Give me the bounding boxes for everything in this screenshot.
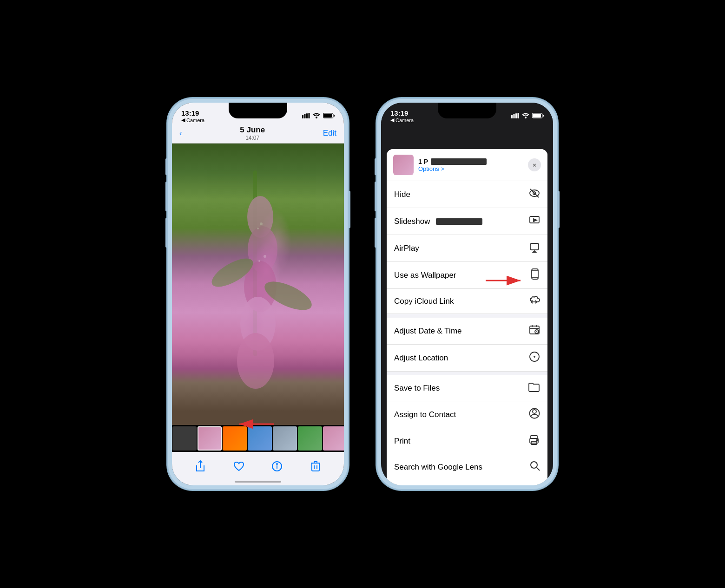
photo-flowers [172, 144, 344, 425]
svg-rect-23 [312, 463, 319, 471]
info-button[interactable] [267, 456, 287, 477]
svg-marker-39 [534, 219, 537, 222]
svg-line-50 [537, 332, 538, 333]
svg-point-17 [258, 260, 260, 262]
section-divider-1 [387, 314, 547, 318]
share-sheet: 1 P Options > × Hide [387, 149, 547, 485]
svg-point-4 [316, 117, 317, 118]
left-phone-screen: 13:19 ◀ Camera ‹ 5 June 14:07 Edit [172, 103, 344, 485]
left-phone: 13:19 ◀ Camera ‹ 5 June 14:07 Edit [167, 98, 349, 490]
thumbnail-4[interactable] [248, 426, 272, 451]
svg-point-52 [534, 356, 535, 357]
menu-item-contact[interactable]: Assign to Contact [387, 401, 547, 428]
menu-item-google-lens[interactable]: Search with Google Lens [387, 454, 547, 480]
svg-rect-3 [309, 113, 310, 118]
svg-rect-0 [302, 115, 303, 118]
status-icons-right [511, 113, 544, 118]
thumbnail-5[interactable] [273, 426, 297, 451]
menu-item-date-time[interactable]: Adjust Date & Time [387, 318, 547, 345]
svg-rect-33 [533, 114, 541, 118]
close-button[interactable]: × [528, 158, 541, 171]
svg-point-13 [237, 333, 274, 389]
menu-item-slideshow[interactable]: Slideshow [387, 208, 547, 235]
svg-rect-27 [511, 115, 513, 118]
svg-rect-7 [334, 115, 335, 117]
camera-label-right: ◀ Camera [390, 117, 414, 123]
edit-button[interactable]: Edit [323, 129, 336, 138]
svg-rect-29 [515, 113, 517, 118]
thumbnail-3[interactable] [223, 426, 247, 451]
thumbnail-strip[interactable] [172, 425, 344, 452]
share-title: 1 P [418, 158, 528, 165]
photo-area [172, 144, 344, 425]
svg-point-16 [264, 255, 266, 258]
slideshow-redact [436, 218, 482, 225]
right-phone-screen: 13:19 ◀ Camera 1 P [381, 103, 553, 485]
options-link[interactable]: Options > [418, 165, 528, 172]
svg-point-15 [257, 228, 259, 229]
notch [229, 103, 287, 118]
share-header: 1 P Options > × [387, 149, 547, 181]
menu-item-inshot[interactable]: InShot [387, 480, 547, 485]
svg-rect-2 [306, 113, 308, 118]
svg-rect-55 [531, 436, 537, 438]
thumbnail-6[interactable] [298, 426, 322, 451]
menu-item-save-files[interactable]: Save to Files [387, 375, 547, 401]
thumbnail-2[interactable] [198, 426, 222, 451]
svg-point-59 [531, 462, 537, 468]
status-time-right: 13:19 [390, 109, 408, 117]
svg-rect-34 [543, 115, 544, 117]
nav-bar-left: ‹ 5 June 14:07 Edit [172, 123, 344, 144]
svg-point-58 [537, 440, 538, 441]
svg-point-22 [277, 464, 277, 464]
status-icons-left [302, 113, 335, 118]
svg-rect-30 [518, 113, 519, 118]
menu-item-icloud[interactable]: Copy iCloud Link [387, 289, 547, 314]
menu-item-airplay[interactable]: AirPlay [387, 235, 547, 262]
svg-marker-40 [533, 251, 536, 253]
svg-point-31 [525, 117, 527, 118]
svg-line-60 [537, 468, 540, 471]
svg-point-14 [260, 222, 263, 225]
menu-item-location[interactable]: Adjust Location [387, 345, 547, 372]
share-header-info: 1 P Options > [418, 158, 528, 172]
svg-rect-28 [514, 114, 515, 119]
nav-title: 5 June 14:07 [240, 125, 265, 141]
camera-label-left: ◀ Camera [181, 117, 204, 123]
section-divider-2 [387, 372, 547, 375]
chevron-left-icon: ‹ [179, 129, 182, 138]
status-time-left: 13:19 [181, 109, 199, 117]
redacted-name [431, 158, 487, 165]
right-phone: 13:19 ◀ Camera 1 P [376, 98, 558, 490]
thumbnail-1[interactable] [172, 426, 197, 451]
menu-item-hide[interactable]: Hide [387, 181, 547, 208]
svg-rect-1 [304, 114, 306, 119]
thumbnail-7[interactable] [323, 426, 344, 451]
notch-right [438, 103, 496, 118]
share-photo-thumb [393, 155, 414, 175]
menu-item-print[interactable]: Print [387, 428, 547, 454]
menu-item-wallpaper[interactable]: Use as Wallpaper [387, 262, 547, 289]
share-button[interactable] [190, 456, 211, 477]
back-button[interactable]: ‹ [179, 129, 182, 138]
home-indicator-left [235, 481, 281, 483]
like-button[interactable] [229, 456, 249, 477]
delete-button[interactable] [305, 456, 326, 477]
svg-point-53 [533, 410, 536, 413]
svg-rect-6 [323, 114, 332, 118]
